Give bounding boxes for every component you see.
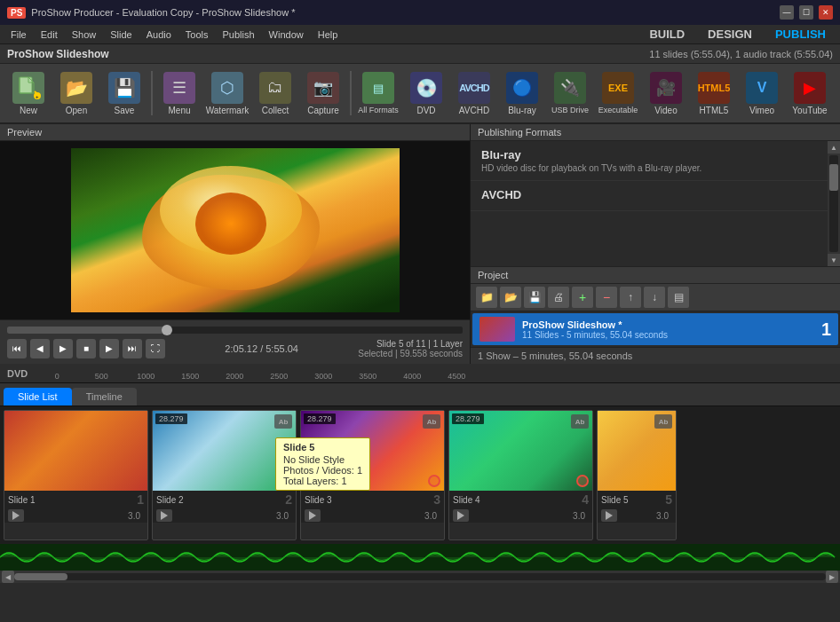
vimeo-button[interactable]: V Vimeo (739, 67, 785, 120)
ruler-4000: 4000 (390, 372, 434, 381)
slide-1-image (4, 411, 147, 491)
skip-forward-button[interactable]: ⏭ (123, 339, 142, 358)
slide-2-play[interactable] (156, 509, 172, 522)
proj-up-button[interactable]: ↑ (620, 287, 641, 308)
project-info: ProShow Slideshow * 11 Slides - 5 minute… (522, 319, 814, 340)
scroll-down-arrow[interactable]: ▼ (828, 254, 840, 266)
format-bluray[interactable]: Blu-ray HD video disc for playback on TV… (471, 141, 828, 181)
ruler-1500: 1500 (168, 372, 212, 381)
menu-window[interactable]: Window (262, 28, 311, 42)
video-button[interactable]: 🎥 Video (643, 67, 689, 120)
slide-4-play[interactable] (453, 509, 469, 522)
slide-1-thumb (4, 411, 147, 491)
menubar: File Edit Show Slide Audio Tools Publish… (0, 25, 840, 44)
all-formats-button[interactable]: ▤ All Formats (355, 67, 401, 120)
collect-button[interactable]: 🗂 Collect (252, 67, 298, 120)
menu-slide[interactable]: Slide (103, 28, 139, 42)
publishing-formats-label: Publishing Formats (471, 124, 840, 141)
svg-text:+: + (36, 94, 39, 99)
proj-down-button[interactable]: ↓ (644, 287, 665, 308)
slide-3-play[interactable] (305, 509, 321, 522)
menu-button[interactable]: ☰ Menu (156, 67, 202, 120)
video-label: Video (654, 106, 677, 115)
save-icon: 💾 (108, 72, 140, 104)
tab-slide-list[interactable]: Slide List (4, 388, 72, 405)
scroll-track (829, 155, 838, 252)
watermark-button[interactable]: ⬡ Watermark (204, 67, 250, 120)
fullscreen-button[interactable]: ⛶ (146, 339, 165, 358)
menu-tools[interactable]: Tools (178, 28, 216, 42)
design-button[interactable]: DESIGN (697, 25, 763, 43)
skip-back-button[interactable]: ⏮ (7, 339, 27, 358)
watermark-icon-symbol: ⬡ (220, 78, 234, 98)
executable-button[interactable]: EXE Executable (595, 67, 641, 120)
progress-thumb[interactable] (162, 325, 172, 335)
youtube-button[interactable]: ▶ YouTube (787, 67, 833, 120)
dvd-button[interactable]: 💿 DVD (403, 67, 449, 120)
play-button[interactable]: ▶ (53, 339, 73, 358)
format-avchd[interactable]: AVCHD (471, 181, 828, 211)
tab-timeline[interactable]: Timeline (72, 388, 137, 405)
maximize-button[interactable]: ☐ (799, 5, 813, 20)
scroll-up-arrow[interactable]: ▲ (828, 141, 840, 154)
slide-5-play[interactable] (601, 509, 617, 522)
formats-scrollbar[interactable]: ▲ ▼ (828, 141, 840, 266)
proj-add-button[interactable]: + (572, 287, 593, 308)
prev-frame-button[interactable]: ◀ (30, 339, 50, 358)
new-label: New (20, 106, 37, 115)
new-button[interactable]: + New (5, 67, 52, 120)
avchd-button[interactable]: AVCHD AVCHD (451, 67, 497, 120)
show-info-bar: 1 Show – 5 minutes, 55.04 seconds (471, 347, 840, 364)
proj-remove-button[interactable]: − (596, 287, 617, 308)
scroll-left-arrow[interactable]: ◀ (2, 571, 14, 583)
slide-2-duration: 3.0 (273, 510, 292, 522)
slide-item-5[interactable]: Ab Slide 5 5 3.0 (597, 410, 677, 540)
menu-icon-symbol: ☰ (172, 78, 186, 98)
capture-button[interactable]: 📷 Capture (300, 67, 346, 120)
project-show-item[interactable]: ProShow Slideshow * 11 Slides - 5 minute… (472, 313, 838, 345)
project-label: Project (471, 267, 840, 284)
progress-bar[interactable] (7, 327, 463, 334)
proj-print-button[interactable]: 🖨 (548, 287, 569, 308)
proj-open-button[interactable]: 📂 (500, 287, 521, 308)
proj-grid-button[interactable]: ▤ (668, 287, 689, 308)
hscroll-thumb[interactable] (14, 573, 67, 580)
slide-item-1[interactable]: Slide 1 1 3.0 (4, 410, 148, 540)
menu-show[interactable]: Show (65, 28, 104, 42)
slide-5-thumb: Ab (598, 411, 676, 491)
save-button[interactable]: 💾 Save (101, 67, 147, 120)
project-thumbnail (479, 317, 515, 342)
menu-edit[interactable]: Edit (34, 28, 65, 42)
proj-folder-button[interactable]: 📁 (476, 287, 497, 308)
bluray-button[interactable]: 🔵 Blu-ray (499, 67, 545, 120)
formats-icon: ▤ (362, 72, 394, 104)
menu-file[interactable]: File (4, 28, 34, 42)
next-frame-button[interactable]: ▶ (99, 339, 119, 358)
avchd-icon: AVCHD (458, 72, 490, 104)
build-button[interactable]: BUILD (638, 25, 695, 43)
publish-mode-button[interactable]: PUBLISH (765, 25, 836, 43)
slide-3-number: 3 (433, 492, 440, 507)
menu-publish[interactable]: Publish (216, 28, 262, 42)
proj-save-button[interactable]: 💾 (524, 287, 545, 308)
slide-1-play[interactable] (8, 509, 24, 522)
slide-item-4[interactable]: 28.279 Ab Slide 4 4 3.0 (448, 410, 593, 540)
close-button[interactable]: ✕ (819, 5, 833, 20)
stop-button[interactable]: ■ (76, 339, 96, 358)
exe-label: Executable (598, 106, 638, 114)
html5-button[interactable]: HTML5 HTML5 (691, 67, 737, 120)
slide-3-bar: 3.0 (301, 508, 444, 523)
scroll-right-arrow[interactable]: ▶ (826, 571, 838, 583)
menu-audio[interactable]: Audio (139, 28, 178, 42)
minimize-button[interactable]: — (780, 5, 794, 20)
open-button[interactable]: 📂 Open (53, 67, 99, 120)
scroll-thumb[interactable] (829, 164, 838, 191)
usb-drive-button[interactable]: 🔌 USB Drive (547, 67, 593, 120)
video-icon: 🎥 (650, 72, 682, 104)
collect-icon: 🗂 (259, 72, 291, 104)
menu-help[interactable]: Help (311, 28, 345, 42)
publish-panel: Publishing Formats Blu-ray HD video disc… (471, 124, 840, 364)
slide-2-number: 2 (285, 492, 292, 507)
format-bluray-desc: HD video disc for playback on TVs with a… (481, 163, 817, 173)
slide-4-ab-icon: Ab (571, 414, 589, 429)
